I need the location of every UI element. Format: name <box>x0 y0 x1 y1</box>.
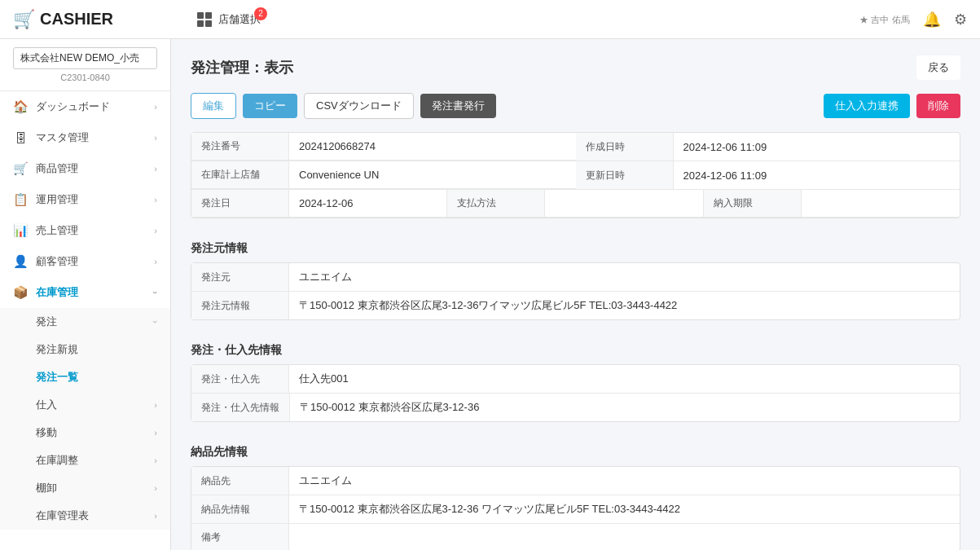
issue-button[interactable]: 発注書発行 <box>420 94 496 118</box>
dest-card: 発注・仕入先 仕入先001 発注・仕入先情報 〒150-0012 東京都渋谷区広… <box>191 364 960 422</box>
updated-value: 2024-12-06 11:09 <box>674 161 960 189</box>
delivery-info-row: 納品先情報 〒150-0012 東京都渋谷区広尾3-12-36 ワイマッツ広尾ビ… <box>191 495 960 524</box>
order-date-cell: 発注日 2024-12-06 <box>191 190 447 217</box>
sidebar-item-customer[interactable]: 👤 顧客管理 › <box>0 246 170 277</box>
user-name: ★ 吉中 佑馬 <box>859 13 910 26</box>
store-select[interactable]: 店舗選択 2 <box>218 12 261 27</box>
sidebar-item-operation[interactable]: 📋 運用管理 › <box>0 184 170 215</box>
sidebar-item-label: ダッシュボード <box>36 99 110 114</box>
delivery-dest-value: ユニエイム <box>289 467 960 495</box>
supplier-card: 発注元 ユニエイム 発注元情報 〒150-0012 東京都渋谷区広尾3-12-3… <box>191 262 960 320</box>
chart-icon: 📊 <box>13 223 28 238</box>
supplier-value: ユニエイム <box>289 263 960 291</box>
company-id: C2301-0840 <box>13 73 157 82</box>
delivery-label: 納入期限 <box>704 190 802 217</box>
sidebar-item-sales[interactable]: 📊 売上管理 › <box>0 215 170 246</box>
sidebar-move-label: 移動 <box>36 425 57 440</box>
updated-cell: 更新日時 2024-12-06 11:09 <box>576 161 960 189</box>
dest-row: 発注・仕入先 仕入先001 <box>191 365 960 394</box>
order-number-value: 2024120668274 <box>289 133 576 160</box>
sidebar-item-inventory[interactable]: 📦 在庫管理 › <box>0 277 170 308</box>
sidebar-item-label: 売上管理 <box>36 223 78 238</box>
order-info-card: 発注番号 2024120668274 作成日時 2024-12-06 11:09… <box>191 132 960 218</box>
logo-text: CASHIER <box>40 10 113 29</box>
edit-button[interactable]: 編集 <box>191 93 236 119</box>
order-date-row: 発注日 2024-12-06 支払方法 納入期限 <box>191 190 960 218</box>
sidebar-item-dashboard[interactable]: 🏠 ダッシュボード › <box>0 91 170 122</box>
sidebar-item-order-new[interactable]: 発注新規 <box>0 336 170 363</box>
sidebar-item-label: マスタ管理 <box>36 130 89 145</box>
clipboard-icon: 📋 <box>13 192 28 207</box>
note-value <box>289 524 960 550</box>
bell-icon[interactable]: 🔔 <box>923 11 941 29</box>
payment-value <box>545 190 702 217</box>
sidebar: 株式会社NEW DEMO_小売 C2301-0840 🏠 ダッシュボード › 🗄… <box>0 39 171 550</box>
topbar: 🛒 CASHIER 店舗選択 2 ★ 吉中 佑馬 🔔 ⚙ <box>0 0 980 39</box>
sidebar-item-product[interactable]: 🛒 商品管理 › <box>0 153 170 184</box>
sidebar-item-move[interactable]: 移動 › <box>0 419 170 447</box>
sidebar-shelf-label: 棚卸 <box>36 481 57 495</box>
grid-icon[interactable] <box>197 12 212 27</box>
dest-section-title: 発注・仕入先情報 <box>191 333 960 364</box>
chevron-right-icon: › <box>154 226 157 235</box>
sidebar-inventory-table-label: 在庫管理表 <box>36 508 89 523</box>
page-header: 発注管理：表示 戻る <box>191 55 960 80</box>
topbar-right: ★ 吉中 佑馬 🔔 ⚙ <box>859 11 967 29</box>
payment-cell: 支払方法 <box>447 190 703 217</box>
supplier-info-value: 〒150-0012 東京都渋谷区広尾3-12-36ワイマッツ広尾ビル5F TEL… <box>289 292 960 319</box>
sidebar-item-order[interactable]: 発注 › <box>0 308 170 336</box>
created-cell: 作成日時 2024-12-06 11:09 <box>576 133 960 161</box>
created-value: 2024-12-06 11:09 <box>674 133 960 161</box>
note-label: 備考 <box>191 524 289 550</box>
supplier-section-title: 発注元情報 <box>191 231 960 262</box>
stock-store-value: Convenience UN <box>289 161 576 188</box>
order-date-value: 2024-12-06 <box>289 190 446 217</box>
updated-label: 更新日時 <box>576 161 674 189</box>
dest-label: 発注・仕入先 <box>191 365 289 393</box>
sidebar-item-purchase[interactable]: 仕入 › <box>0 391 170 419</box>
note-row: 備考 <box>191 524 960 550</box>
chevron-right-icon: › <box>154 164 157 174</box>
sidebar-order-label: 発注 <box>36 315 57 329</box>
gear-icon[interactable]: ⚙ <box>954 11 967 29</box>
chevron-right-icon: › <box>154 102 157 112</box>
dest-value: 仕入先001 <box>289 365 960 393</box>
delivery-dest-row: 納品先 ユニエイム <box>191 467 960 495</box>
order-date-label: 発注日 <box>191 190 289 217</box>
delivery-card: 納品先 ユニエイム 納品先情報 〒150-0012 東京都渋谷区広尾3-12-3… <box>191 466 960 550</box>
delivery-cell: 納入期限 <box>704 190 960 217</box>
sidebar-item-inventory-table[interactable]: 在庫管理表 › <box>0 502 170 530</box>
delivery-section-title: 納品先情報 <box>191 435 960 466</box>
dest-info-row: 発注・仕入先情報 〒150-0012 東京都渋谷区広尾3-12-36 <box>191 394 960 421</box>
shop-icon: 🛒 <box>13 161 28 176</box>
copy-button[interactable]: コピー <box>243 94 297 118</box>
home-icon: 🏠 <box>13 99 28 114</box>
chevron-down-icon: › <box>151 320 160 323</box>
person-icon: 👤 <box>13 254 28 269</box>
sub-nav-order: 発注 › 発注新規 発注一覧 仕入 › 移動 › 在庫調整 › <box>0 308 170 530</box>
sidebar-item-label: 顧客管理 <box>36 254 78 269</box>
sidebar-item-shelf[interactable]: 棚卸 › <box>0 474 170 502</box>
delivery-value <box>802 190 960 217</box>
logo: 🛒 CASHIER <box>13 9 184 30</box>
box-icon: 📦 <box>13 285 28 300</box>
delivery-dest-label: 納品先 <box>191 467 289 495</box>
chevron-right-icon: › <box>154 195 157 205</box>
supplier-info-label: 発注元情報 <box>191 292 289 319</box>
sidebar-adjust-label: 在庫調整 <box>36 453 78 468</box>
dest-info-label: 発注・仕入先情報 <box>191 394 290 421</box>
link-button[interactable]: 仕入入力連携 <box>824 94 910 118</box>
chevron-right-icon: › <box>154 400 157 410</box>
database-icon: 🗄 <box>13 131 28 145</box>
sidebar-item-adjust[interactable]: 在庫調整 › <box>0 447 170 474</box>
back-button[interactable]: 戻る <box>916 55 960 80</box>
chevron-right-icon: › <box>154 428 157 438</box>
csv-button[interactable]: CSVダウンロード <box>304 93 414 119</box>
payment-label: 支払方法 <box>447 190 545 217</box>
delete-button[interactable]: 削除 <box>916 94 960 118</box>
chevron-down-icon: › <box>151 291 160 294</box>
sidebar-item-master[interactable]: 🗄 マスタ管理 › <box>0 122 170 153</box>
order-number-label: 発注番号 <box>191 133 289 160</box>
sidebar-item-order-list[interactable]: 発注一覧 <box>0 363 170 391</box>
delivery-info-label: 納品先情報 <box>191 495 289 523</box>
